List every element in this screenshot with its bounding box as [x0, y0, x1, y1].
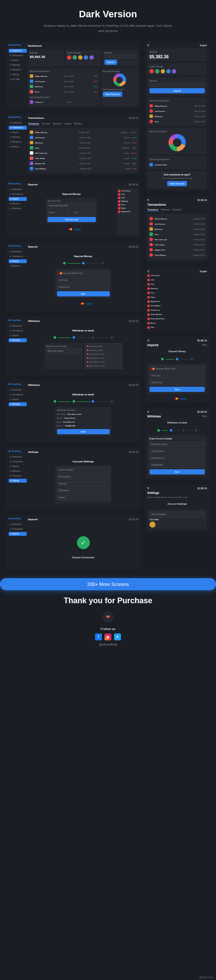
tab[interactable]: Transactions [147, 209, 159, 211]
nav-item[interactable]: Transactions [9, 329, 27, 333]
deposit-field[interactable] [149, 83, 205, 87]
settings-item[interactable]: Account Settings [57, 467, 110, 473]
contact-row[interactable]: Angelina Fak [118, 210, 137, 213]
nav-withdraw[interactable]: Withdraw [9, 63, 27, 67]
avatar[interactable] [166, 69, 171, 73]
nav-item[interactable]: Dashboard [9, 455, 27, 459]
settings-item[interactable]: Security [57, 495, 110, 500]
tab-withdraw[interactable]: Withdraw [74, 123, 82, 125]
dropdown-option[interactable]: Agrani Bank Limited [86, 364, 121, 368]
menu-icon[interactable]: ☰ [147, 410, 149, 413]
contact-row[interactable]: Christine Joy [147, 309, 207, 312]
nav-item[interactable]: Deposit [9, 398, 27, 401]
nav-item[interactable]: Recipients [9, 207, 27, 210]
contact-row[interactable]: Mailchimp [118, 200, 137, 203]
nav-recipients[interactable]: Recipients [9, 140, 27, 144]
nav-help[interactable]: Get Help [9, 77, 27, 81]
tab-deposit[interactable]: Deposit [65, 123, 71, 125]
settings-item[interactable]: Email Address [57, 474, 110, 480]
add-card-button[interactable]: Add new card [48, 217, 96, 222]
nav-item[interactable]: Dashboard [9, 188, 27, 191]
bank-select[interactable]: Bank Asia Limited [46, 348, 81, 354]
card-option-master[interactable]: Payoneer Master Card [57, 270, 110, 276]
account-field[interactable]: 10348007808 [149, 462, 205, 468]
dropdown-option[interactable]: Bangladesh Bank [86, 344, 121, 348]
avatar[interactable] [73, 55, 77, 60]
dropdown-option[interactable]: Bank Asia Limited [86, 348, 121, 352]
nav-deposit[interactable]: Deposit [9, 259, 27, 263]
contact-row[interactable]: Mailchimp [147, 287, 207, 290]
card-option[interactable]: Payoneer Master Card [149, 366, 205, 372]
avatar[interactable] [149, 69, 154, 73]
contact-row[interactable]: Peter [147, 326, 207, 329]
nav-dashboard[interactable]: Dashboard [9, 49, 27, 53]
dropdown-option[interactable]: Janata Bank Limited [86, 360, 121, 364]
avatar[interactable] [67, 55, 71, 60]
nav-item[interactable]: Dashboard [9, 250, 27, 254]
nav-item[interactable]: Deposit [9, 465, 27, 468]
nav-withdraw[interactable]: Withdraw [9, 338, 27, 342]
contact-row[interactable]: John [147, 279, 207, 281]
deposit-button[interactable]: Deposit [149, 88, 205, 93]
contact-row[interactable]: Angelina Fak [147, 300, 207, 303]
nav-dashboard[interactable]: Dashboard [9, 121, 27, 125]
name-field[interactable]: Den Melina Kiri [149, 455, 205, 461]
contact-row[interactable]: Fiverr [118, 204, 137, 206]
contact-row[interactable]: Peter [147, 283, 207, 286]
branch-field[interactable]: Chapla Branch [149, 449, 205, 454]
nav-deposit[interactable]: Deposit [9, 130, 27, 134]
logo[interactable]: OnePay [9, 245, 27, 247]
deposit-button[interactable]: Deposit [105, 60, 117, 65]
nav-item[interactable]: Transactions [9, 255, 27, 258]
logo[interactable]: OnePay [9, 517, 27, 520]
avatar[interactable] [78, 55, 83, 60]
avatar[interactable] [89, 55, 94, 60]
nav-deposit[interactable]: Deposit [9, 197, 27, 201]
logo[interactable]: OnePay [9, 450, 27, 452]
contact-row[interactable]: Figma [118, 207, 137, 210]
menu-icon[interactable]: ☰ [147, 487, 149, 490]
logo[interactable]: OnePay [9, 182, 27, 185]
contact-row[interactable]: Jack Dawson [147, 274, 207, 277]
twitter-icon[interactable]: ✦ [114, 633, 121, 640]
contact-row[interactable]: Ahmad [147, 322, 207, 325]
tab[interactable]: Payments [161, 209, 170, 211]
tab-transactions[interactable]: Transactions [28, 123, 39, 125]
tab[interactable]: Recipients [172, 209, 181, 211]
dropdown-option[interactable]: Sonali Bank Limited [86, 352, 121, 356]
lang-select[interactable]: English [200, 44, 207, 47]
card-option-paypal[interactable]: PayPal Card [57, 284, 110, 290]
next-button[interactable]: Next [149, 387, 205, 392]
next-button[interactable]: Next [57, 429, 110, 434]
contact-row[interactable]: Esteen Ahmad Khan [147, 318, 207, 320]
more-screens-badge[interactable]: 200+ More Screens [0, 578, 216, 590]
logo[interactable]: OnePay [9, 319, 27, 321]
nav-item[interactable]: Transactions [9, 460, 27, 464]
next-button[interactable]: Next [149, 469, 205, 474]
make-payment-button[interactable]: Make Payment [103, 92, 122, 97]
contact-row[interactable]: John [118, 193, 137, 196]
logo[interactable]: OnePay [9, 383, 27, 385]
menu-icon[interactable]: ☰ [147, 270, 149, 273]
nav-item[interactable]: Transactions [9, 192, 27, 196]
nav-item[interactable]: Dashboard [9, 388, 27, 392]
contact-row[interactable]: David Williams [147, 305, 207, 307]
deposit-amount-field[interactable] [105, 55, 137, 58]
nav-item[interactable]: Dashboard [9, 324, 27, 328]
contact-row[interactable]: Figma [147, 296, 207, 299]
contact-row[interactable]: Peter [118, 197, 137, 199]
nav-withdraw[interactable]: Withdraw [9, 402, 27, 406]
settings-accordion[interactable]: Account Settings^ [149, 512, 205, 517]
nav-deposit[interactable]: Deposit [9, 532, 27, 536]
nav-withdraw[interactable]: Withdraw [9, 135, 27, 139]
menu-icon[interactable]: ☰ [147, 199, 149, 201]
nav-deposit[interactable]: Deposit [9, 58, 27, 62]
expiry-field[interactable]: MM/YY [48, 210, 71, 216]
nav-item[interactable]: Recipients [9, 474, 27, 478]
logo[interactable]: OnePay [9, 116, 27, 118]
menu-icon[interactable]: ☰ [147, 339, 149, 342]
lang-select[interactable]: English [200, 270, 207, 273]
user-avatar[interactable] [149, 522, 156, 528]
settings-item[interactable]: Password [57, 481, 110, 487]
nav-item[interactable]: Transactions [9, 527, 27, 531]
